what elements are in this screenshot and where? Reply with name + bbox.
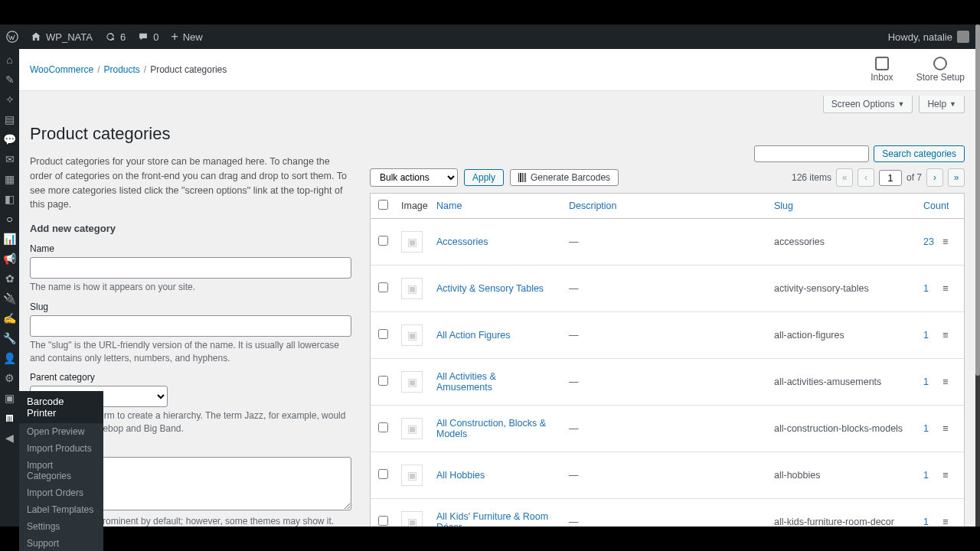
category-slug: all-hobbies xyxy=(766,458,916,493)
admin-bar: WP_NATA 6 0 + New Howdy, natalie xyxy=(0,24,975,49)
settings-icon[interactable]: ⚙ xyxy=(4,372,16,384)
breadcrumb-woocommerce[interactable]: WooCommerce xyxy=(30,64,93,75)
col-description[interactable]: Description xyxy=(561,194,766,217)
select-all-checkbox[interactable] xyxy=(378,200,388,210)
first-page-button[interactable]: « xyxy=(836,168,853,187)
search-button[interactable]: Search categories xyxy=(874,145,965,162)
row-checkbox[interactable] xyxy=(378,376,388,386)
analytics-icon[interactable]: 📊 xyxy=(4,233,16,245)
apply-button[interactable]: Apply xyxy=(464,169,504,186)
barcode-flyout: Barcode Printer Open PreviewImport Produ… xyxy=(19,391,103,551)
category-description: — xyxy=(561,458,766,493)
category-count-link[interactable]: 1 xyxy=(923,423,929,434)
col-name[interactable]: Name xyxy=(429,194,561,217)
category-count-link[interactable]: 1 xyxy=(923,283,929,294)
drag-handle-icon[interactable]: ≡ xyxy=(935,364,950,399)
category-count-link[interactable]: 1 xyxy=(923,330,929,341)
barcode-icon[interactable]: ||| xyxy=(4,412,16,424)
category-name-link[interactable]: All Activities & Amusements xyxy=(436,371,496,393)
comments-icon[interactable]: 💬 xyxy=(4,133,16,145)
row-checkbox[interactable] xyxy=(378,236,388,246)
bulk-actions-select[interactable]: Bulk actions xyxy=(370,168,458,187)
page-total: of 7 xyxy=(906,172,922,183)
search-input[interactable] xyxy=(754,145,869,162)
row-checkbox[interactable] xyxy=(378,469,388,479)
site-link[interactable]: WP_NATA xyxy=(31,31,93,43)
media-icon[interactable]: ✧ xyxy=(4,93,16,106)
slug-help: The "slug" is the URL-friendly version o… xyxy=(30,339,351,365)
tools-icon[interactable]: 🔧 xyxy=(4,332,16,344)
wpforms-icon[interactable]: ▣ xyxy=(4,392,16,404)
comments-count: 0 xyxy=(153,31,158,43)
category-name-link[interactable]: All Hobbies xyxy=(436,470,485,481)
flyout-item[interactable]: Support xyxy=(19,535,103,551)
name-input[interactable] xyxy=(30,257,351,279)
next-page-button[interactable]: › xyxy=(926,168,943,187)
category-name-link[interactable]: Accessories xyxy=(436,236,488,247)
flyout-item[interactable]: Import Categories xyxy=(19,457,103,484)
forms-icon[interactable]: ✍ xyxy=(4,312,16,324)
dashboard-icon[interactable]: ⌂ xyxy=(4,54,16,66)
help-toggle[interactable]: Help▼ xyxy=(919,96,965,113)
prev-page-button[interactable]: ‹ xyxy=(858,168,874,187)
flyout-item[interactable]: Import Products xyxy=(19,440,103,457)
drag-handle-icon[interactable]: ≡ xyxy=(935,318,950,353)
category-count-link[interactable]: 1 xyxy=(923,517,929,527)
current-page-input[interactable] xyxy=(879,170,902,186)
category-description: — xyxy=(561,271,766,306)
last-page-button[interactable]: » xyxy=(948,168,965,187)
breadcrumb-products[interactable]: Products xyxy=(103,64,139,75)
new-label: New xyxy=(183,31,203,43)
users-icon[interactable]: 👤 xyxy=(4,352,16,364)
category-count-link[interactable]: 1 xyxy=(923,377,929,387)
drag-handle-icon[interactable]: ≡ xyxy=(935,411,950,446)
collapse-icon[interactable]: ◀ xyxy=(4,432,16,444)
row-checkbox[interactable] xyxy=(378,282,388,292)
inbox-button[interactable]: Inbox xyxy=(871,57,893,83)
wpbakery-icon[interactable]: ◧ xyxy=(4,193,16,205)
updates-link[interactable]: 6 xyxy=(105,31,126,43)
new-link[interactable]: + New xyxy=(171,30,202,44)
slider-icon[interactable]: ▦ xyxy=(4,173,16,185)
drag-handle-icon[interactable]: ≡ xyxy=(935,458,950,493)
setup-label: Store Setup xyxy=(916,72,965,83)
flyout-item[interactable]: Import Orders xyxy=(19,484,103,501)
posts-icon[interactable]: ✎ xyxy=(4,73,16,86)
row-checkbox[interactable] xyxy=(378,516,388,526)
drag-handle-icon[interactable]: ≡ xyxy=(935,271,950,306)
generate-barcodes-button[interactable]: Generate Barcodes xyxy=(510,169,619,186)
appearance-icon[interactable]: ✿ xyxy=(4,272,16,285)
contact-icon[interactable]: ✉ xyxy=(4,153,16,165)
slug-input[interactable] xyxy=(30,315,351,337)
comments-link[interactable]: 0 xyxy=(138,31,158,43)
howdy-text: Howdy, natalie xyxy=(888,31,952,43)
scroll-thumb[interactable] xyxy=(975,24,980,376)
category-name-link[interactable]: All Kids' Furniture & Room Décor xyxy=(436,511,548,527)
drag-handle-icon[interactable]: ≡ xyxy=(935,224,950,259)
category-description: — xyxy=(561,364,766,399)
howdy-link[interactable]: Howdy, natalie xyxy=(888,31,969,43)
plugins-icon[interactable]: 🔌 xyxy=(4,292,16,305)
pages-icon[interactable]: ▤ xyxy=(4,113,16,126)
category-name-link[interactable]: All Action Figures xyxy=(436,330,511,341)
col-count[interactable]: Count xyxy=(916,194,935,217)
category-name-link[interactable]: Activity & Sensory Tables xyxy=(436,283,544,294)
flyout-item[interactable]: Label Templates xyxy=(19,501,103,518)
screen-options-toggle[interactable]: Screen Options▼ xyxy=(823,96,913,113)
row-checkbox[interactable] xyxy=(378,329,388,339)
category-count-link[interactable]: 23 xyxy=(923,236,934,247)
table-row: ▣All Construction, Blocks & Models—all-c… xyxy=(371,406,964,452)
drag-handle-icon[interactable]: ≡ xyxy=(935,504,950,527)
flyout-item[interactable]: Open Preview xyxy=(19,423,103,440)
wp-logo[interactable] xyxy=(6,31,18,43)
flyout-item[interactable]: Settings xyxy=(19,518,103,535)
category-name-link[interactable]: All Construction, Blocks & Models xyxy=(436,418,546,439)
row-checkbox[interactable] xyxy=(378,422,388,432)
woocommerce-icon[interactable]: ○ xyxy=(4,213,16,225)
marketing-icon[interactable]: 📢 xyxy=(4,253,16,265)
store-setup-button[interactable]: Store Setup xyxy=(916,57,965,83)
scrollbar[interactable] xyxy=(975,24,980,527)
category-count-link[interactable]: 1 xyxy=(923,470,929,481)
col-slug[interactable]: Slug xyxy=(766,194,916,217)
category-slug: accessories xyxy=(766,224,916,259)
